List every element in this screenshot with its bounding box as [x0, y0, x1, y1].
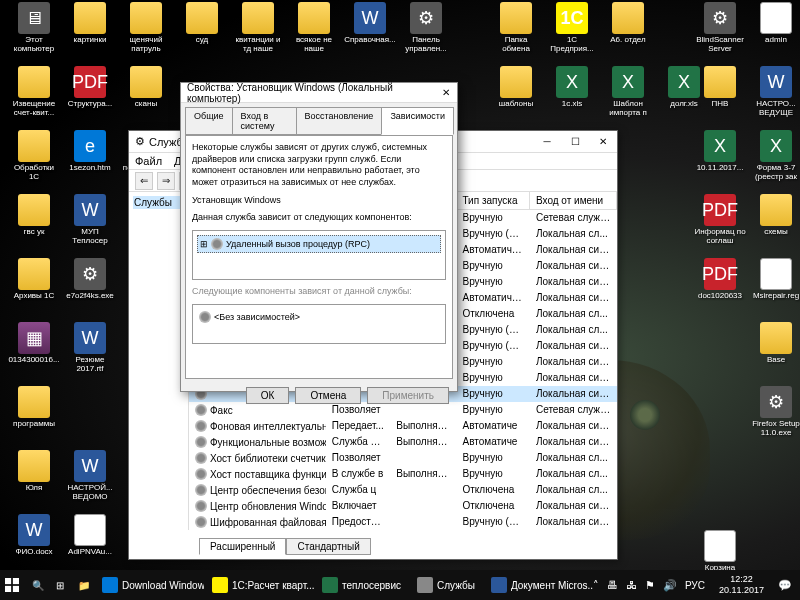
desktop-icon[interactable]: всякое не наше: [288, 2, 340, 54]
taskbar-item[interactable]: теплосервис: [314, 570, 409, 600]
flag-icon[interactable]: ⚑: [645, 579, 655, 592]
desktop-icon[interactable]: ≡admin: [750, 2, 800, 45]
desktop-icon[interactable]: щенячий патруль: [120, 2, 172, 54]
desktop-icon[interactable]: XШаблон импорта п: [602, 66, 654, 118]
props-titlebar[interactable]: Свойства: Установщик Windows (Локальный …: [181, 83, 457, 103]
dep-rpc[interactable]: ⊞ Удаленный вызов процедур (RPC): [197, 235, 441, 253]
tab-logon[interactable]: Вход в систему: [232, 107, 297, 135]
col-startup[interactable]: Тип запуска: [456, 192, 530, 209]
service-row[interactable]: Хост библиотеки счетчикаПозволяетВручную…: [189, 450, 617, 466]
desktop-icon[interactable]: ⚙Firefox Setup 11.0.exe: [750, 386, 800, 438]
close-icon[interactable]: ✕: [434, 87, 457, 98]
desktop-icon[interactable]: e1sezon.htm: [64, 130, 116, 173]
taskview-icon[interactable]: ⊞: [48, 570, 70, 600]
tab-recovery[interactable]: Восстановление: [296, 107, 383, 135]
notifications-icon[interactable]: 💬: [778, 579, 792, 592]
desktop-icon[interactable]: 🗑Корзина: [694, 530, 746, 573]
no-deps: <Без зависимостей>: [197, 309, 441, 325]
desktop-icon[interactable]: X1с.xls: [546, 66, 598, 109]
service-row[interactable]: Шифрованная файловая сПредоставлВручную …: [189, 514, 617, 528]
desktop-icon[interactable]: ≡Msirepair.reg: [750, 258, 800, 301]
desktop-icon[interactable]: 1C1С Предприя...: [546, 2, 598, 54]
desktop-icon[interactable]: Обработки 1С: [8, 130, 60, 182]
desktop-icon[interactable]: квитанции и тд наше: [232, 2, 284, 54]
desktop-icon[interactable]: WМУП Теплосер: [64, 194, 116, 246]
language-indicator[interactable]: РУС: [685, 580, 705, 591]
service-row[interactable]: Центр обновления WindowsВключаетОтключен…: [189, 498, 617, 514]
taskbar-item[interactable]: 1С:Расчет кварт...: [204, 570, 314, 600]
start-button[interactable]: [0, 570, 24, 600]
tab-standard[interactable]: Стандартный: [286, 538, 370, 555]
desktop-icon[interactable]: X10.11.2017...: [694, 130, 746, 173]
volume-icon[interactable]: 🔊: [663, 579, 677, 592]
desktop-icon[interactable]: WФИО.docx: [8, 514, 60, 557]
desktop-icon[interactable]: схемы: [750, 194, 800, 237]
exe-icon: ⚙: [760, 386, 792, 418]
network-icon[interactable]: 🖧: [626, 579, 637, 591]
desktop-icon[interactable]: ≡AdiPNVAu...: [64, 514, 116, 557]
desktop-icon[interactable]: WРезюме 2017.rtf: [64, 322, 116, 374]
dependent-box[interactable]: <Без зависимостей>: [192, 304, 446, 344]
bin-icon: 🗑: [704, 530, 736, 562]
depends-on-box[interactable]: ⊞ Удаленный вызов процедур (RPC): [192, 230, 446, 280]
taskbar: 🔍 ⊞ 📁 Download Window...1С:Расчет кварт.…: [0, 570, 800, 600]
cancel-button[interactable]: Отмена: [295, 387, 361, 404]
taskbar-item[interactable]: Службы: [409, 570, 483, 600]
print-icon[interactable]: 🖶: [607, 579, 618, 591]
taskbar-item[interactable]: Download Window...: [94, 570, 204, 600]
clock[interactable]: 12:22 20.11.2017: [713, 574, 770, 596]
desktop-icon[interactable]: PDFdoc1020633: [694, 258, 746, 301]
desktop-icon[interactable]: А6. отдел: [602, 2, 654, 45]
word-icon: W: [74, 322, 106, 354]
desktop-icon[interactable]: PDFСтруктура...: [64, 66, 116, 109]
desktop-icon[interactable]: WНАСТРО... ВЕДУЩЕ: [750, 66, 800, 118]
desktop-icon[interactable]: Base: [750, 322, 800, 365]
service-row[interactable]: Функциональные возмож...Служба ф...Выпол…: [189, 434, 617, 450]
minimize-button[interactable]: ─: [533, 131, 561, 153]
desktop-icon[interactable]: Архивы 1С: [8, 258, 60, 301]
tray-up-icon[interactable]: ˄: [593, 579, 599, 592]
folder-icon: [18, 66, 50, 98]
ok-button[interactable]: ОК: [246, 387, 290, 404]
desktop-icon[interactable]: суд: [176, 2, 228, 45]
desktop-icon[interactable]: 🖥Этот компьютер: [8, 2, 60, 54]
desktop-icon[interactable]: Извещение счет-квит...: [8, 66, 60, 118]
desktop-icon[interactable]: ⚙e7o2f4ks.exe: [64, 258, 116, 301]
back-button[interactable]: ⇐: [135, 172, 153, 190]
desktop-icon[interactable]: PDFИнформац по соглаш: [694, 194, 746, 246]
desktop-icon[interactable]: WНАСТРОЙ... ВЕДОМО: [64, 450, 116, 502]
close-button[interactable]: ✕: [589, 131, 617, 153]
service-row[interactable]: Хост поставщика функцииВ службе вВыполня…: [189, 466, 617, 482]
tab-general[interactable]: Общие: [185, 107, 233, 135]
desktop-icon[interactable]: шаблоны: [490, 66, 542, 109]
desktop-icon[interactable]: ▦0134300016...: [8, 322, 60, 365]
plus-icon[interactable]: ⊞: [200, 239, 208, 249]
desktop-icon[interactable]: Папка обмена: [490, 2, 542, 54]
maximize-button[interactable]: ☐: [561, 131, 589, 153]
desktop-icon[interactable]: Юля: [8, 450, 60, 493]
desktop-icon[interactable]: программы: [8, 386, 60, 429]
service-row[interactable]: Фоновая интеллектуальна...Передает...Вып…: [189, 418, 617, 434]
service-row[interactable]: Центр обеспечения безопСлужба цОтключена…: [189, 482, 617, 498]
desktop-icon[interactable]: ⚙BlindScanner Server: [694, 2, 746, 54]
col-logon[interactable]: Вход от имени: [530, 192, 617, 209]
fwd-button[interactable]: ⇒: [157, 172, 175, 190]
desktop-icon[interactable]: ⚙Панель управлен...: [400, 2, 452, 54]
icon-label: Резюме 2017.rtf: [64, 356, 116, 374]
icon-label: картинки: [64, 36, 116, 45]
apply-button[interactable]: Применить: [367, 387, 449, 404]
desktop-icon[interactable]: ПНВ: [694, 66, 746, 109]
desktop-icon[interactable]: картинки: [64, 2, 116, 45]
search-icon[interactable]: 🔍: [24, 570, 48, 600]
explorer-icon[interactable]: 📁: [70, 570, 94, 600]
desktop-icon[interactable]: сканы: [120, 66, 172, 109]
icon-label: BlindScanner Server: [694, 36, 746, 54]
desktop-icon[interactable]: WСправочная...: [344, 2, 396, 45]
menu-file[interactable]: Файл: [135, 155, 162, 167]
taskbar-item[interactable]: Документ Micros...: [483, 570, 593, 600]
desktop-icon[interactable]: XФорма 3-7 (реестр зак: [750, 130, 800, 182]
desktop-icon[interactable]: гвс ук: [8, 194, 60, 237]
tab-extended[interactable]: Расширенный: [199, 538, 286, 555]
tab-dependencies[interactable]: Зависимости: [381, 107, 454, 135]
tree-services[interactable]: Службы: [133, 196, 184, 209]
